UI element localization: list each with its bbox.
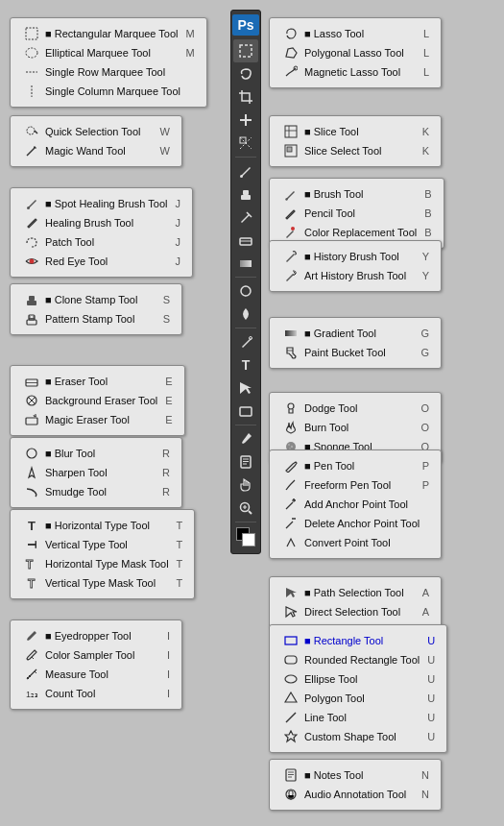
tool-pathselect[interactable] <box>233 377 258 400</box>
ellipse-marquee-icon <box>22 45 41 61</box>
tool-dodge[interactable]: Dodge Tool O <box>277 399 433 418</box>
tool-clone-stamp[interactable]: ■ Clone Stamp Tool S <box>18 290 174 309</box>
tool-horizontal-type-mask[interactable]: T Horizontal Type Mask Tool T <box>18 554 186 573</box>
tool-vertical-type[interactable]: T Vertical Type Tool T <box>18 535 186 554</box>
item-key: L <box>423 47 429 59</box>
tool-measure[interactable]: Measure Tool I <box>18 665 174 684</box>
tool-history-brush[interactable]: ■ History Brush Tool Y <box>277 247 433 266</box>
tool-eraser[interactable]: ■ Eraser Tool E <box>18 372 177 391</box>
color-swatches[interactable] <box>236 527 255 547</box>
tool-art-history-brush[interactable]: Art History Brush Tool Y <box>277 266 433 285</box>
svg-rect-12 <box>26 28 37 39</box>
tool-polygonal-lasso[interactable]: Polygonal Lasso Tool L <box>277 43 433 62</box>
tool-lasso[interactable] <box>233 62 258 85</box>
tool-slice-select[interactable]: Slice Select Tool K <box>277 141 433 160</box>
spot-heal-icon <box>22 196 41 211</box>
tool-magic-wand[interactable]: Magic Wand Tool W <box>18 141 174 160</box>
tool-marquee[interactable] <box>233 39 258 62</box>
tool-sharpen[interactable]: Sharpen Tool R <box>18 463 174 482</box>
tool-notes[interactable]: ■ Notes Tool N <box>277 765 433 785</box>
tool-vertical-type-mask[interactable]: T Vertical Type Mask Tool T <box>18 573 186 593</box>
tool-dodge[interactable] <box>233 303 258 326</box>
item-label: ■ Horizontal Type Tool <box>45 520 169 531</box>
tool-notes[interactable] <box>233 450 258 474</box>
tool-freeform-pen[interactable]: Freeform Pen Tool P <box>277 475 433 495</box>
tool-zoom[interactable] <box>233 497 258 520</box>
tool-paint-bucket[interactable]: Paint Bucket Tool G <box>277 343 433 362</box>
tool-magic-eraser[interactable]: Magic Eraser Tool E <box>18 410 177 429</box>
tool-background-eraser[interactable]: Background Eraser Tool E <box>18 391 177 410</box>
tool-burn[interactable]: Burn Tool O <box>277 418 433 437</box>
tool-patch[interactable]: Patch Tool J <box>18 232 184 252</box>
tool-slice[interactable]: ■ Slice Tool K <box>277 122 433 141</box>
tool-smudge[interactable]: Smudge Tool R <box>18 482 174 501</box>
panel-shape: ■ Rectangle Tool U Rounded Rectangle Too… <box>269 624 447 753</box>
tool-single-row-marquee[interactable]: Single Row Marquee Tool <box>18 62 199 82</box>
tool-quick-selection[interactable]: Quick Selection Tool W <box>18 122 174 141</box>
tool-add-anchor[interactable]: Add Anchor Point Tool <box>277 495 433 514</box>
tool-shape[interactable] <box>233 400 258 423</box>
tool-lasso[interactable]: ■ Lasso Tool L <box>277 24 433 43</box>
tool-healing-brush[interactable]: Healing Brush Tool J <box>18 213 184 232</box>
svg-point-44 <box>285 675 297 683</box>
tool-ellipse[interactable]: Ellipse Tool U <box>277 669 439 689</box>
tool-pen[interactable] <box>233 330 258 353</box>
tool-red-eye[interactable]: Red Eye Tool J <box>18 252 184 271</box>
tool-gradient[interactable]: ■ Gradient Tool G <box>277 324 433 343</box>
tool-single-column-marquee[interactable]: Single Column Marquee Tool <box>18 82 199 101</box>
tool-horizontal-type[interactable]: T ■ Horizontal Type Tool T <box>18 516 186 535</box>
tool-blur[interactable] <box>233 279 258 303</box>
notes-icon <box>281 767 300 783</box>
tool-rectangle[interactable]: ■ Rectangle Tool U <box>277 631 439 650</box>
smudge-icon <box>22 484 41 499</box>
tool-count[interactable]: 1₂₃ Count Tool I <box>18 684 174 703</box>
tool-magnetic-lasso[interactable]: Magnetic Lasso Tool L <box>277 62 433 82</box>
tool-color-replacement[interactable]: Color Replacement Tool B <box>277 223 436 242</box>
tool-convert-point[interactable]: Convert Point Tool <box>277 533 433 552</box>
item-label: ■ History Brush Tool <box>304 251 415 262</box>
tool-history[interactable] <box>233 206 258 229</box>
tool-custom-shape[interactable]: Custom Shape Tool U <box>277 727 439 746</box>
tool-spot-healing[interactable]: ■ Spot Healing Brush Tool J <box>18 194 184 213</box>
svg-rect-32 <box>285 330 297 336</box>
tool-pattern-stamp[interactable]: Pattern Stamp Tool S <box>18 309 174 328</box>
item-key: T <box>177 558 183 570</box>
svg-text:1₂₃: 1₂₃ <box>26 690 38 699</box>
tool-hand[interactable] <box>233 474 258 497</box>
tool-polygon[interactable]: Polygon Tool U <box>277 689 439 708</box>
tool-path-selection[interactable]: ■ Path Selection Tool A <box>277 583 433 602</box>
tool-brush[interactable]: ■ Brush Tool B <box>277 184 436 204</box>
tool-stamp[interactable] <box>233 182 258 206</box>
tool-type[interactable]: T <box>233 353 258 377</box>
svg-point-34 <box>288 403 294 409</box>
tool-eyedropper[interactable]: ■ Eyedropper Tool I <box>18 626 174 645</box>
measure-icon <box>22 667 41 682</box>
tool-color-sampler[interactable]: Color Sampler Tool I <box>18 645 174 665</box>
tool-direct-selection[interactable]: Direct Selection Tool A <box>277 602 433 621</box>
panel-healing: ■ Spot Healing Brush Tool J Healing Brus… <box>10 187 193 278</box>
tool-healing[interactable] <box>233 109 258 132</box>
tool-elliptical-marquee[interactable]: Elliptical Marquee Tool M <box>18 43 199 62</box>
background-color[interactable] <box>242 533 255 547</box>
tool-blur[interactable]: ■ Blur Tool R <box>18 444 174 463</box>
tool-audio-annotation[interactable]: Audio Annotation Tool N <box>277 785 433 804</box>
tool-gradient[interactable] <box>233 252 258 275</box>
item-label: Polygon Tool <box>304 692 420 704</box>
tool-eyedropper[interactable] <box>233 427 258 450</box>
item-key: Y <box>422 270 429 281</box>
tool-rectangular-marquee[interactable]: ■ Rectangular Marquee Tool M <box>18 24 199 43</box>
panel-selection: Quick Selection Tool W Magic Wand Tool W <box>10 115 182 167</box>
tool-pen[interactable]: ■ Pen Tool P <box>277 456 433 475</box>
item-key: S <box>163 313 170 325</box>
tool-eraser[interactable] <box>233 229 258 252</box>
tool-brush[interactable] <box>233 159 258 182</box>
tool-delete-anchor[interactable]: Delete Anchor Point Tool <box>277 514 433 533</box>
tool-rounded-rectangle[interactable]: Rounded Rectangle Tool U <box>277 650 439 669</box>
item-key: W <box>160 126 170 137</box>
item-label: Elliptical Marquee Tool <box>45 47 179 59</box>
tool-line[interactable]: Line Tool U <box>277 708 439 727</box>
tool-slice[interactable] <box>233 132 258 155</box>
pencil-icon <box>281 206 300 221</box>
tool-crop[interactable] <box>233 85 258 109</box>
tool-pencil[interactable]: Pencil Tool B <box>277 204 436 223</box>
